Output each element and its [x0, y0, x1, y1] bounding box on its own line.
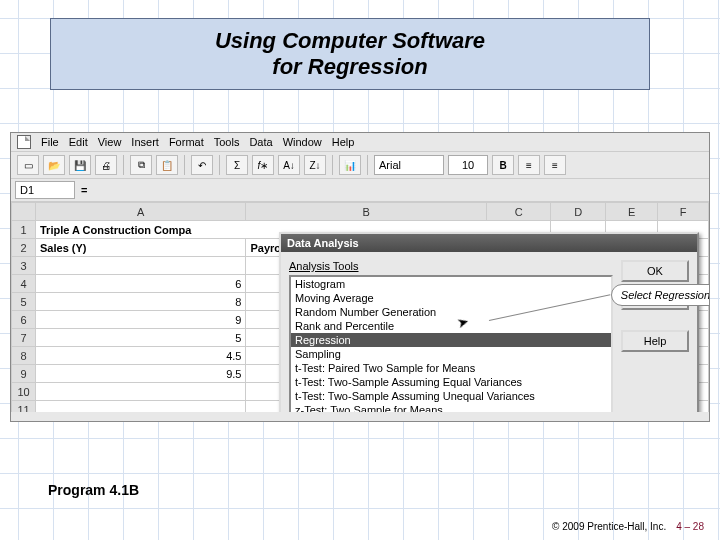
list-item-selected[interactable]: Regression — [291, 333, 611, 347]
page-number: 4 – 28 — [676, 521, 704, 532]
name-box[interactable]: D1 — [15, 181, 75, 199]
menubar: File Edit View Insert Format Tools Data … — [11, 133, 709, 152]
fx-icon[interactable]: f∗ — [252, 155, 274, 175]
col-F[interactable]: F — [658, 203, 709, 221]
toolbar: ▭ 📂 💾 🖨 ⧉ 📋 ↶ Σ f∗ A↓ Z↓ 📊 Arial 10 B ≡ … — [11, 152, 709, 179]
row-1[interactable]: 1 — [12, 221, 36, 239]
copy-icon[interactable]: ⧉ — [130, 155, 152, 175]
cell[interactable]: 4.5 — [36, 347, 246, 365]
menu-format[interactable]: Format — [169, 136, 204, 148]
save-icon[interactable]: 💾 — [69, 155, 91, 175]
undo-icon[interactable]: ↶ — [191, 155, 213, 175]
menu-data[interactable]: Data — [249, 136, 272, 148]
menu-edit[interactable]: Edit — [69, 136, 88, 148]
list-item[interactable]: Random Number Generation — [291, 305, 611, 319]
list-item[interactable]: z-Test: Two Sample for Means — [291, 403, 611, 412]
formula-bar: D1 = — [11, 179, 709, 202]
col-D[interactable]: D — [551, 203, 605, 221]
list-item[interactable]: t-Test: Two-Sample Assuming Unequal Vari… — [291, 389, 611, 403]
col-C[interactable]: C — [487, 203, 551, 221]
row-6[interactable]: 6 — [12, 311, 36, 329]
col-B[interactable]: B — [246, 203, 487, 221]
bold-button[interactable]: B — [492, 155, 514, 175]
cell[interactable]: 8 — [36, 293, 246, 311]
list-item[interactable]: Rank and Percentile — [291, 319, 611, 333]
print-icon[interactable]: 🖨 — [95, 155, 117, 175]
row-11[interactable]: 11 — [12, 401, 36, 413]
callout-select-regression: Select Regression. — [611, 284, 709, 306]
paste-icon[interactable]: 📋 — [156, 155, 178, 175]
align-center-icon[interactable]: ≡ — [544, 155, 566, 175]
ok-button[interactable]: OK — [621, 260, 689, 282]
list-item[interactable]: Moving Average — [291, 291, 611, 305]
row-3[interactable]: 3 — [12, 257, 36, 275]
excel-window: File Edit View Insert Format Tools Data … — [10, 132, 710, 422]
menu-tools[interactable]: Tools — [214, 136, 240, 148]
sort-desc-icon[interactable]: Z↓ — [304, 155, 326, 175]
data-analysis-dialog: Data Analysis Analysis Tools Histogram M… — [279, 232, 699, 412]
list-item[interactable]: t-Test: Two-Sample Assuming Equal Varian… — [291, 375, 611, 389]
new-icon[interactable]: ▭ — [17, 155, 39, 175]
font-size-select[interactable]: 10 — [448, 155, 488, 175]
row-10[interactable]: 10 — [12, 383, 36, 401]
list-item[interactable]: t-Test: Paired Two Sample for Means — [291, 361, 611, 375]
dialog-title: Data Analysis — [281, 234, 697, 252]
font-name-select[interactable]: Arial — [374, 155, 444, 175]
row-5[interactable]: 5 — [12, 293, 36, 311]
analysis-tools-label: Analysis Tools — [289, 260, 613, 272]
list-item[interactable]: Sampling — [291, 347, 611, 361]
app-icon — [17, 135, 31, 149]
row-9[interactable]: 9 — [12, 365, 36, 383]
select-all-corner[interactable] — [12, 203, 36, 221]
menu-window[interactable]: Window — [283, 136, 322, 148]
autosum-icon[interactable]: Σ — [226, 155, 248, 175]
menu-view[interactable]: View — [98, 136, 122, 148]
cell[interactable]: 9 — [36, 311, 246, 329]
row-7[interactable]: 7 — [12, 329, 36, 347]
separator — [123, 155, 124, 175]
cell[interactable]: 9.5 — [36, 365, 246, 383]
copyright-text: © 2009 Prentice-Hall, Inc. — [552, 521, 666, 532]
sort-asc-icon[interactable]: A↓ — [278, 155, 300, 175]
cell[interactable] — [36, 257, 246, 275]
list-item[interactable]: Histogram — [291, 277, 611, 291]
separator — [184, 155, 185, 175]
separator — [367, 155, 368, 175]
align-left-icon[interactable]: ≡ — [518, 155, 540, 175]
col-A[interactable]: A — [36, 203, 246, 221]
menu-insert[interactable]: Insert — [131, 136, 159, 148]
slide-title: Using Computer Software for Regression — [50, 18, 650, 90]
row-4[interactable]: 4 — [12, 275, 36, 293]
help-button[interactable]: Help — [621, 330, 689, 352]
cell[interactable]: 5 — [36, 329, 246, 347]
worksheet[interactable]: A B C D E F 1 Triple A Construction Comp… — [11, 202, 709, 412]
slide-footer: © 2009 Prentice-Hall, Inc. 4 – 28 — [552, 521, 704, 532]
cell[interactable]: 6 — [36, 275, 246, 293]
menu-help[interactable]: Help — [332, 136, 355, 148]
menu-file[interactable]: File — [41, 136, 59, 148]
cell-A2[interactable]: Sales (Y) — [36, 239, 246, 257]
open-icon[interactable]: 📂 — [43, 155, 65, 175]
row-8[interactable]: 8 — [12, 347, 36, 365]
chart-icon[interactable]: 📊 — [339, 155, 361, 175]
separator — [332, 155, 333, 175]
fx-label: = — [81, 184, 87, 196]
col-E[interactable]: E — [605, 203, 658, 221]
program-label: Program 4.1B — [48, 482, 139, 498]
row-2[interactable]: 2 — [12, 239, 36, 257]
analysis-tools-list[interactable]: Histogram Moving Average Random Number G… — [289, 275, 613, 412]
separator — [219, 155, 220, 175]
